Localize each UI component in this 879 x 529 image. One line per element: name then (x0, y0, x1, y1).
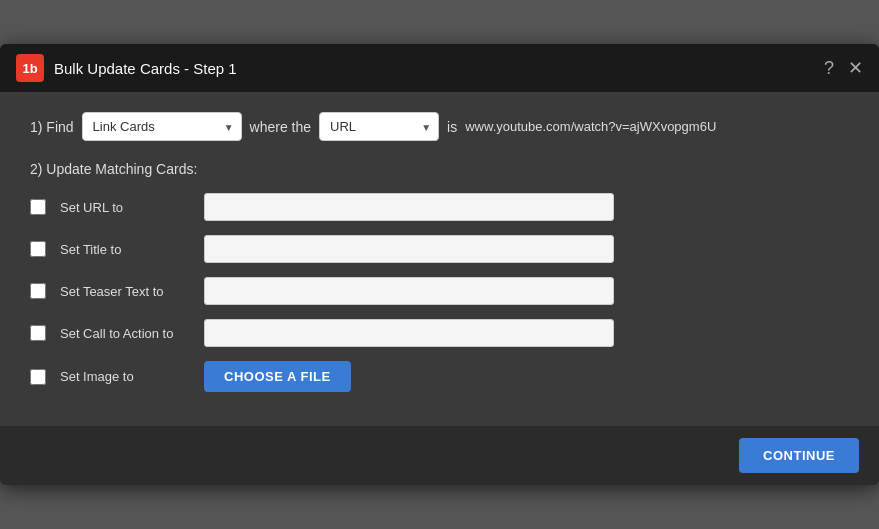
help-button[interactable]: ? (824, 59, 834, 77)
checkbox-url[interactable] (30, 199, 46, 215)
field-row-title: Set Title to (30, 235, 849, 263)
label-url: Set URL to (60, 200, 190, 215)
url-dropdown-wrapper: URL Title Teaser Text (319, 112, 439, 141)
update-section-label: 2) Update Matching Cards: (30, 161, 849, 177)
checkbox-title[interactable] (30, 241, 46, 257)
find-dropdown[interactable]: Link Cards Image Cards Text Cards (82, 112, 242, 141)
input-title[interactable] (204, 235, 614, 263)
checkbox-image[interactable] (30, 369, 46, 385)
field-row-image: Set Image to CHOOSE A FILE (30, 361, 849, 392)
field-row-url: Set URL to (30, 193, 849, 221)
checkbox-cta[interactable] (30, 325, 46, 341)
choose-file-button[interactable]: CHOOSE A FILE (204, 361, 351, 392)
input-url[interactable] (204, 193, 614, 221)
close-button[interactable]: ✕ (848, 59, 863, 77)
find-label: 1) Find (30, 119, 74, 135)
modal-body: 1) Find Link Cards Image Cards Text Card… (0, 92, 879, 426)
modal-container: 1b Bulk Update Cards - Step 1 ? ✕ 1) Fin… (0, 44, 879, 485)
title-bar-right: ? ✕ (824, 59, 863, 77)
update-section: 2) Update Matching Cards: Set URL to Set… (30, 161, 849, 392)
where-the-label: where the (250, 119, 311, 135)
url-value: www.youtube.com/watch?v=ajWXvopgm6U (465, 119, 716, 134)
input-teaser[interactable] (204, 277, 614, 305)
label-image: Set Image to (60, 369, 190, 384)
app-logo: 1b (16, 54, 44, 82)
find-dropdown-wrapper: Link Cards Image Cards Text Cards (82, 112, 242, 141)
modal-title: Bulk Update Cards - Step 1 (54, 60, 237, 77)
title-bar: 1b Bulk Update Cards - Step 1 ? ✕ (0, 44, 879, 92)
find-section: 1) Find Link Cards Image Cards Text Card… (30, 112, 849, 141)
field-row-cta: Set Call to Action to (30, 319, 849, 347)
field-row-teaser: Set Teaser Text to (30, 277, 849, 305)
input-cta[interactable] (204, 319, 614, 347)
title-bar-left: 1b Bulk Update Cards - Step 1 (16, 54, 237, 82)
url-dropdown[interactable]: URL Title Teaser Text (319, 112, 439, 141)
is-label: is (447, 119, 457, 135)
label-teaser: Set Teaser Text to (60, 284, 190, 299)
checkbox-teaser[interactable] (30, 283, 46, 299)
label-title: Set Title to (60, 242, 190, 257)
modal-footer: CONTINUE (0, 426, 879, 485)
label-cta: Set Call to Action to (60, 326, 190, 341)
continue-button[interactable]: CONTINUE (739, 438, 859, 473)
